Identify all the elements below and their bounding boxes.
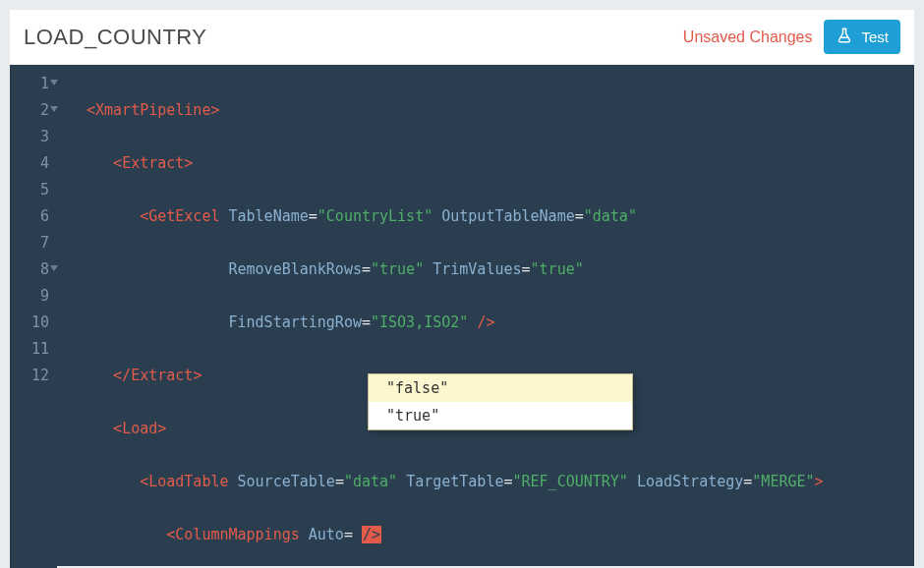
autocomplete-popup: "false" "true" [368,373,633,430]
line-number-gutter: 1 2 3 4 5 6 7 8 9 10 11 12 [10,65,57,568]
fold-icon[interactable] [50,80,58,85]
fold-icon[interactable] [50,265,58,271]
line-number: 12 [16,363,49,389]
page-title: LOAD_COUNTRY [24,25,207,50]
line-number: 4 [16,150,49,177]
line-number: 2 [16,97,49,124]
line-number: 6 [16,203,49,230]
test-button-label: Test [861,28,889,45]
autocomplete-option[interactable]: "true" [369,402,632,429]
test-button[interactable]: Test [824,20,900,54]
code-editor[interactable]: 1 2 3 4 5 6 7 8 9 10 11 12 <XmartPipelin… [10,65,914,566]
code-area[interactable]: <XmartPipeline> <Extract> <GetExcel Tabl… [57,65,824,568]
line-number: 1 [16,71,49,97]
line-number: 3 [16,124,49,150]
line-number: 7 [16,230,49,256]
line-number: 10 [16,310,49,336]
cursor-selection: /> [362,526,381,543]
fold-icon[interactable] [50,106,58,112]
header-actions: Unsaved Changes Test [683,20,900,54]
line-number: 8 [16,256,49,283]
autocomplete-option[interactable]: "false" [369,374,632,402]
flask-icon [836,27,853,47]
line-number: 5 [16,177,49,203]
unsaved-changes-label: Unsaved Changes [683,28,813,46]
editor-header: LOAD_COUNTRY Unsaved Changes Test [10,10,914,65]
line-number: 11 [16,336,49,363]
line-number: 9 [16,283,49,310]
